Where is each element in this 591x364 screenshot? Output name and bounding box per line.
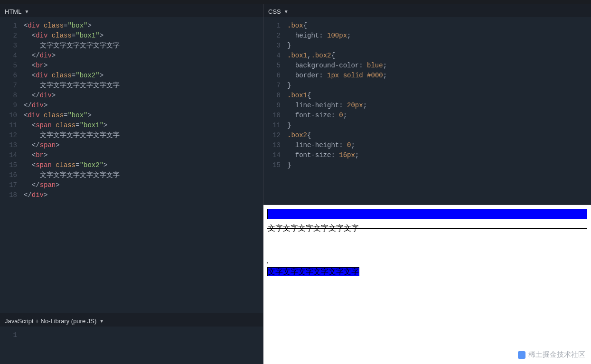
code-line[interactable]: 7}: [263, 81, 591, 91]
code-line[interactable]: 3}: [263, 41, 591, 51]
css-editor[interactable]: 1.box{2 height: 100px;3}4.box1,.box2{5 b…: [263, 17, 591, 205]
code-content[interactable]: .box2{: [287, 131, 591, 140]
code-line[interactable]: 2 <div class="box1">: [0, 31, 263, 41]
watermark-text: 稀土掘金技术社区: [528, 350, 585, 359]
code-content[interactable]: <div class="box">: [24, 21, 263, 31]
preview-box1-span: 文字文字文字文字文字文字: [267, 262, 268, 263]
code-content[interactable]: border: 1px solid #000;: [287, 71, 591, 81]
code-content[interactable]: <div class="box1">: [24, 31, 263, 41]
chevron-down-icon: ▼: [24, 9, 29, 14]
code-line[interactable]: 6 <div class="box2">: [0, 71, 263, 81]
code-line[interactable]: 6 border: 1px solid #000;: [263, 71, 591, 81]
line-number: 1: [0, 21, 24, 31]
line-number: 14: [0, 150, 24, 160]
code-content[interactable]: height: 100px;: [287, 31, 591, 41]
code-content[interactable]: </div>: [24, 101, 263, 111]
editor-grid: HTML ▼ 1<div class="box">2 <div class="b…: [0, 4, 591, 364]
code-content[interactable]: 文字文字文字文字文字文字: [24, 81, 263, 91]
line-number: 5: [0, 61, 24, 71]
code-content[interactable]: line-height: 20px;: [287, 101, 591, 111]
code-content[interactable]: }: [287, 121, 591, 131]
line-number: 13: [263, 140, 287, 150]
code-content[interactable]: </span>: [24, 140, 263, 150]
chevron-down-icon: ▼: [284, 9, 289, 14]
code-content[interactable]: font-size: 0;: [287, 111, 591, 121]
code-content[interactable]: <div class="box2">: [24, 71, 263, 81]
code-content[interactable]: <br>: [24, 61, 263, 71]
code-line[interactable]: 4 </div>: [0, 51, 263, 61]
code-content[interactable]: </div>: [24, 91, 263, 101]
code-content[interactable]: }: [287, 160, 591, 170]
preview-text: 文字文字文字文字文字文字: [268, 224, 359, 232]
code-line[interactable]: 15 <span class="box2">: [0, 160, 263, 170]
js-pane: JavaScript + No-Library (pure JS) ▼ 1: [0, 313, 263, 364]
line-number: 5: [263, 61, 287, 71]
code-content[interactable]: 文字文字文字文字文字文字: [24, 170, 263, 180]
code-line[interactable]: 4.box1,.box2{: [263, 51, 591, 61]
code-line[interactable]: 9 line-height: 20px;: [263, 101, 591, 111]
app-top-bar: [0, 0, 591, 4]
code-line[interactable]: 10<div class="box">: [0, 111, 263, 121]
line-number: 12: [0, 131, 24, 140]
code-line[interactable]: 13 </span>: [0, 140, 263, 150]
code-line[interactable]: 5 background-color: blue;: [263, 61, 591, 71]
code-content[interactable]: 文字文字文字文字文字文字: [24, 41, 263, 51]
code-content[interactable]: .box1,.box2{: [287, 51, 591, 61]
preview-box2-span: 文字文字文字文字文字文字: [267, 267, 359, 276]
code-line[interactable]: 17 </span>: [0, 180, 263, 190]
js-pane-title: JavaScript + No-Library (pure JS): [5, 317, 96, 325]
code-line[interactable]: 8 </div>: [0, 91, 263, 101]
code-line[interactable]: 1: [0, 330, 263, 340]
code-line[interactable]: 9</div>: [0, 101, 263, 111]
code-content[interactable]: </span>: [24, 180, 263, 190]
code-content[interactable]: <div class="box">: [24, 111, 263, 121]
code-line[interactable]: 14 <br>: [0, 150, 263, 160]
code-line[interactable]: 7 文字文字文字文字文字文字: [0, 81, 263, 91]
preview-box: 文字文字文字文字文字文字 文字文字文字文字文字文字: [267, 209, 587, 256]
html-pane-header[interactable]: HTML ▼: [0, 4, 263, 17]
js-pane-header[interactable]: JavaScript + No-Library (pure JS) ▼: [0, 313, 263, 327]
code-content[interactable]: }: [287, 81, 591, 91]
code-content[interactable]: }: [287, 41, 591, 51]
code-line[interactable]: 16 文字文字文字文字文字文字: [0, 170, 263, 180]
code-content[interactable]: <span class="box2">: [24, 160, 263, 170]
line-number: 3: [263, 41, 287, 51]
code-line[interactable]: 12.box2{: [263, 131, 591, 140]
code-line[interactable]: 11}: [263, 121, 591, 131]
css-pane-title: CSS: [268, 8, 281, 15]
output-preview: 文字文字文字文字文字文字 文字文字文字文字文字文字 文字文字文字文字文字文字 文…: [263, 205, 591, 364]
code-line[interactable]: 3 文字文字文字文字文字文字: [0, 41, 263, 51]
js-editor[interactable]: 1: [0, 327, 263, 364]
html-editor[interactable]: 1<div class="box">2 <div class="box1">3 …: [0, 17, 263, 313]
code-content[interactable]: </div>: [24, 190, 263, 200]
code-line[interactable]: 13 line-height: 0;: [263, 140, 591, 150]
code-content[interactable]: line-height: 0;: [287, 140, 591, 150]
line-number: 18: [0, 190, 24, 200]
code-line[interactable]: 12 文字文字文字文字文字文字: [0, 131, 263, 140]
code-content[interactable]: <br>: [24, 150, 263, 160]
css-pane-header[interactable]: CSS ▼: [263, 4, 591, 17]
code-content[interactable]: </div>: [24, 51, 263, 61]
code-line[interactable]: 8.box1{: [263, 91, 591, 101]
line-number: 17: [0, 180, 24, 190]
code-line[interactable]: 10 font-size: 0;: [263, 111, 591, 121]
code-content[interactable]: background-color: blue;: [287, 61, 591, 71]
line-number: 3: [0, 41, 24, 51]
code-line[interactable]: 14 font-size: 16px;: [263, 150, 591, 160]
code-content[interactable]: 文字文字文字文字文字文字: [24, 131, 263, 140]
line-number: 15: [0, 160, 24, 170]
code-content[interactable]: .box{: [287, 21, 591, 31]
code-line[interactable]: 11 <span class="box1">: [0, 121, 263, 131]
code-line[interactable]: 5 <br>: [0, 61, 263, 71]
code-line[interactable]: 18</div>: [0, 190, 263, 200]
code-line[interactable]: 1<div class="box">: [0, 21, 263, 31]
code-content[interactable]: .box1{: [287, 91, 591, 101]
code-content[interactable]: [24, 330, 263, 340]
code-line[interactable]: 2 height: 100px;: [263, 31, 591, 41]
chevron-down-icon: ▼: [99, 318, 104, 324]
line-number: 7: [263, 81, 287, 91]
code-content[interactable]: font-size: 16px;: [287, 150, 591, 160]
code-content[interactable]: <span class="box1">: [24, 121, 263, 131]
code-line[interactable]: 15}: [263, 160, 591, 170]
code-line[interactable]: 1.box{: [263, 21, 591, 31]
